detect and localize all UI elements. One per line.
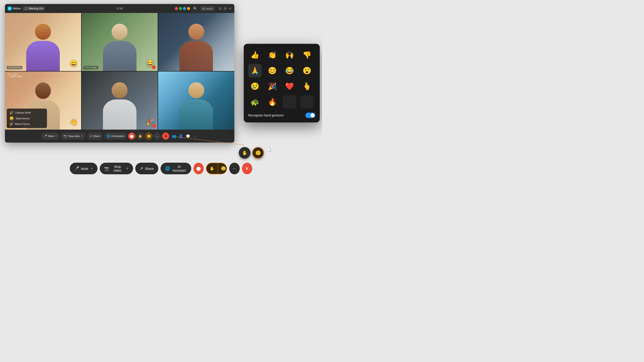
in-window-toolbar: 🎤 Mute ▼ 📷 Stop video ▼ ↗ Share 🌐 AI Ass… <box>5 130 234 143</box>
ai-assistant-button-large[interactable]: 🌐 AI Assistant <box>160 163 191 174</box>
avatar-4 <box>35 82 51 99</box>
emoji-laugh[interactable]: 😂 <box>283 64 296 77</box>
emoji-button-small[interactable]: 🙂 <box>145 132 152 140</box>
stop-video-label: Stop video <box>68 135 80 137</box>
layout-button[interactable]: ⊞ Layout <box>200 6 215 11</box>
meeting-info-label: Meeting info <box>28 7 43 10</box>
ai-label-large: AI Assistant <box>172 165 187 172</box>
avatar-1 <box>35 24 51 39</box>
hand-button-small[interactable]: ✋ <box>137 132 144 140</box>
stop-video-button-small[interactable]: 📷 Stop video ▼ <box>61 132 86 140</box>
float-emoji-button[interactable]: 🙂 <box>252 147 264 159</box>
status-dot-yellow <box>187 7 190 10</box>
minimize-button[interactable]: — <box>219 7 222 10</box>
video-cell-6 <box>158 71 234 130</box>
record-button-large[interactable]: ⬤ <box>194 163 204 174</box>
mic-icon-large: 🎤 <box>74 166 79 171</box>
close-button[interactable]: ✕ <box>228 7 232 10</box>
emoji-clap[interactable]: 👏 <box>266 48 279 62</box>
emoji-smile[interactable]: 😊 <box>266 64 279 77</box>
emoji-party[interactable]: 🎉 <box>266 79 279 93</box>
name-tag-2: Henry Riggs <box>84 66 98 69</box>
emoji-turtle[interactable]: 🐢 <box>248 95 262 109</box>
float-hand-button[interactable]: ✋ <box>239 147 250 159</box>
floating-emoji-buttons: ✋ 🙂 <box>239 147 264 159</box>
stop-video-button-large[interactable]: 📷 Stop video ▼ <box>100 163 133 174</box>
emoji-fire[interactable]: 🔥 <box>266 95 279 109</box>
more-options-small[interactable]: ··· <box>192 133 198 139</box>
emoji-pray[interactable]: 🙏 <box>248 64 262 77</box>
meeting-info-button[interactable]: i Meeting info <box>22 6 45 11</box>
body-2 <box>103 41 136 71</box>
participant-list: 🎉 Clarissa Smith 😀 Sofia Gomez 🎉 Marise … <box>7 109 47 128</box>
raise-hand-icon: ✋ <box>7 75 9 77</box>
more-button-small[interactable]: ··· <box>154 132 161 140</box>
gesture-toggle[interactable] <box>306 113 315 118</box>
emoji-thumbsdown[interactable]: 👎 <box>300 48 314 62</box>
layout-icon: ⊞ <box>202 7 204 10</box>
participant-item-2: 🎉 Marise Torres <box>7 121 47 127</box>
participant-reaction-2: 🎉 <box>10 122 13 126</box>
emoji-raise-hands[interactable]: 🙌 <box>283 48 296 62</box>
participant-name-2: Marise Torres <box>15 123 30 125</box>
share-label: Share <box>93 135 100 137</box>
emoji-thumbsup[interactable]: 👍 <box>248 48 262 62</box>
participant-name-0: Clarissa Smith <box>15 111 31 114</box>
reaction-emoji-4: 👋 <box>70 119 78 125</box>
ai-icon-large: 🌐 <box>165 166 170 171</box>
ai-icon: 🌐 <box>107 134 110 138</box>
search-button[interactable]: 🔍 <box>192 5 198 11</box>
emoji-icon-large[interactable]: 🙂 <box>218 163 227 174</box>
hand-icon-large[interactable]: ✋ <box>206 163 218 174</box>
emoji-sad[interactable]: 😢 <box>248 79 262 93</box>
emoji-empty-1 <box>283 95 296 109</box>
participant-name-1: Sofia Gomez <box>16 117 30 120</box>
emoji-heart[interactable]: ❤️ <box>283 79 296 93</box>
emoji-grid: 👍 👏 🙌 👎 🙏 😊 😂 😮 😢 🎉 ❤️ 🫰 🐢 🔥 <box>248 48 315 109</box>
share-label-large: Share <box>145 167 154 170</box>
add-participant-button-small[interactable]: 👤 <box>178 133 184 139</box>
bottom-action-bar: 🎤 Mute ▼ 📷 Stop video ▼ ↗ Share 🌐 AI Ass… <box>70 163 252 174</box>
end-call-button-small[interactable]: ✕ <box>162 132 169 140</box>
participants-button-small[interactable]: 👥 <box>170 133 177 139</box>
emoji-wow[interactable]: 😮 <box>300 64 314 77</box>
more-button-large[interactable]: ··· <box>229 163 240 174</box>
toolbar-icons: 👥 👤 💬 ··· <box>170 133 198 139</box>
avatar-5 <box>112 82 128 98</box>
mute-button-small[interactable]: 🎤 Mute ▼ <box>41 132 60 140</box>
mute-arrow: ▼ <box>55 135 57 137</box>
stop-video-arrow-large: ▼ <box>126 167 128 170</box>
reaction-emoji-1: 😀 <box>70 60 78 67</box>
share-icon-large: ↗ <box>140 166 143 171</box>
video-cell-5: 🎉 🚫 <box>82 71 158 130</box>
end-call-button-large[interactable]: ✕ <box>242 163 252 174</box>
share-button-small[interactable]: ↗ Share <box>87 132 102 140</box>
hand-emoji-combo-button[interactable]: ✋ 🙂 <box>206 163 227 174</box>
chat-button-small[interactable]: 💬 <box>185 133 191 139</box>
mute-button-large[interactable]: 🎤 Mute ▼ <box>70 163 98 174</box>
record-button-small[interactable]: ⬤ <box>128 132 135 140</box>
cursor-arrow <box>267 146 271 151</box>
person-6 <box>175 80 217 130</box>
stop-video-arrow: ▼ <box>81 135 83 137</box>
layout-label: Layout <box>205 7 213 10</box>
webex-logo: W Webex <box>8 6 21 10</box>
name-tag-1: Sofia Gomez <box>7 66 22 69</box>
video-cell-1: 😀 Sofia Gomez <box>5 13 81 71</box>
body-3 <box>180 41 213 71</box>
mute-arrow-large: ▼ <box>90 167 93 170</box>
dwight-name: Dwight Jones <box>10 75 22 77</box>
status-dot-green <box>179 7 182 10</box>
person-1 <box>22 22 64 71</box>
ai-assistant-button-small[interactable]: 🌐 AI Assistant <box>104 132 127 140</box>
maximize-button[interactable]: □ <box>224 7 227 10</box>
participant-emoji-1: 😀 <box>10 116 14 120</box>
avatar-3 <box>188 24 204 39</box>
status-dot-blue <box>183 7 186 10</box>
gesture-toggle-row: Recognize hand gestures <box>248 113 315 118</box>
emoji-snap[interactable]: 🫰 <box>300 79 314 93</box>
video-cell-3 <box>158 13 234 71</box>
body-1 <box>26 41 60 71</box>
share-button-large[interactable]: ↗ Share <box>135 163 158 174</box>
video-icon-large: 📷 <box>104 166 109 171</box>
